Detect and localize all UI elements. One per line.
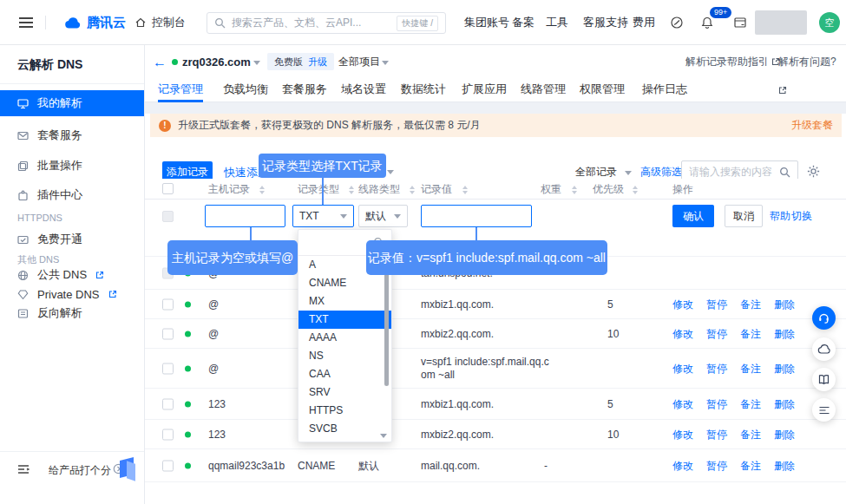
record-type-select[interactable]: TXT: [292, 205, 354, 227]
rate-product-link[interactable]: 给产品打个分: [49, 463, 111, 478]
sort-priority[interactable]: [633, 186, 638, 194]
dropdown-option-ns[interactable]: NS: [298, 347, 391, 365]
sidebar-item-plugin-center[interactable]: 插件中心: [0, 182, 144, 208]
pause-link[interactable]: 暂停: [706, 361, 727, 376]
remark-link[interactable]: 备注: [740, 458, 761, 473]
dropdown-option-mx[interactable]: MX: [298, 292, 391, 311]
project-caret[interactable]: [382, 61, 389, 65]
menu-group-account[interactable]: 集团账号: [464, 0, 509, 45]
pause-link[interactable]: 暂停: [706, 396, 727, 411]
hamburger-menu-icon[interactable]: [19, 17, 33, 28]
back-button[interactable]: ←: [153, 48, 167, 76]
column-settings-gear-icon[interactable]: [807, 165, 820, 178]
dropdown-option-txt[interactable]: TXT: [298, 311, 391, 329]
sidebar-item-my-dns[interactable]: 我的解析: [0, 90, 144, 116]
row-checkbox[interactable]: [162, 398, 174, 409]
dropdown-option-cname[interactable]: CNAME: [298, 274, 391, 292]
avatar[interactable]: 空: [819, 12, 840, 33]
cancel-button[interactable]: 取消: [725, 205, 763, 227]
remark-link[interactable]: 备注: [740, 427, 761, 442]
docs-button[interactable]: [812, 368, 836, 391]
dropdown-scroll-down-caret[interactable]: [380, 434, 387, 438]
menu-icp-filing[interactable]: 备案: [512, 0, 534, 45]
notification-bell-icon[interactable]: [700, 16, 714, 29]
line-type-select[interactable]: 默认: [358, 205, 408, 227]
tab-permissions[interactable]: 权限管理: [580, 76, 625, 102]
dropdown-scrollbar[interactable]: [384, 265, 389, 386]
modify-link[interactable]: 修改: [672, 427, 693, 442]
ticket-button[interactable]: [812, 398, 836, 422]
tab-record-management[interactable]: 记录管理: [158, 76, 203, 102]
tab-load-balancing[interactable]: 负载均衡: [223, 76, 268, 102]
delete-link[interactable]: 删除: [774, 427, 795, 442]
modify-link[interactable]: 修改: [672, 361, 693, 376]
tab-domain-settings[interactable]: 域名设置: [341, 76, 386, 102]
remark-link[interactable]: 备注: [740, 396, 761, 411]
sort-line[interactable]: [410, 186, 415, 194]
sort-type[interactable]: [349, 186, 354, 194]
dropdown-option-caa[interactable]: CAA: [298, 365, 391, 383]
collapse-sidebar-icon[interactable]: [17, 464, 30, 475]
domain-dropdown-caret[interactable]: [253, 61, 260, 65]
record-value-input[interactable]: [421, 205, 532, 227]
confirm-button[interactable]: 确认: [672, 205, 714, 227]
sidebar-item-batch-ops[interactable]: 批量操作: [0, 153, 144, 179]
assistant-icon[interactable]: [670, 16, 684, 29]
modify-link[interactable]: 修改: [672, 458, 693, 473]
console-link[interactable]: 控制台: [134, 0, 186, 45]
menu-tools[interactable]: 工具: [546, 0, 568, 45]
domain-name[interactable]: zrq0326.com: [182, 48, 251, 76]
tab-extensions[interactable]: 扩展应用: [462, 76, 507, 102]
tencent-cloud-logo[interactable]: 腾讯云: [64, 0, 126, 45]
pause-link[interactable]: 暂停: [706, 326, 727, 341]
menu-billing[interactable]: 费用: [633, 0, 655, 45]
switch-link[interactable]: 切换: [791, 205, 812, 227]
dropdown-option-aaaa[interactable]: AAAA: [298, 329, 391, 347]
row-checkbox[interactable]: [162, 460, 174, 471]
dropdown-option-https[interactable]: HTTPS: [298, 402, 391, 420]
customer-service-button[interactable]: [812, 306, 836, 330]
dropdown-option-srv[interactable]: SRV: [298, 383, 391, 402]
upgrade-plan-link[interactable]: 升级套餐: [791, 118, 833, 133]
remark-link[interactable]: 备注: [740, 361, 761, 376]
sort-weight[interactable]: [572, 186, 577, 194]
delete-link[interactable]: 删除: [774, 361, 795, 376]
tab-statistics[interactable]: 数据统计: [401, 76, 446, 102]
sort-host[interactable]: [259, 186, 265, 194]
row-checkbox[interactable]: [162, 298, 174, 310]
help-link[interactable]: 帮助: [770, 205, 790, 227]
menu-support[interactable]: 客服支持: [583, 0, 628, 45]
select-all-checkbox[interactable]: [162, 183, 174, 194]
delete-link[interactable]: 删除: [774, 326, 795, 341]
tab-operation-log[interactable]: 操作日志: [642, 76, 687, 102]
cloud-assistant-button[interactable]: [812, 337, 836, 361]
delete-link[interactable]: 删除: [774, 458, 795, 473]
tab-plan-service[interactable]: 套餐服务: [282, 76, 327, 102]
sidebar-item-free-activation[interactable]: 免费开通: [0, 226, 144, 252]
remark-link[interactable]: 备注: [740, 297, 761, 311]
row-checkbox[interactable]: [162, 429, 174, 440]
modify-link[interactable]: 修改: [672, 396, 693, 411]
row-checkbox[interactable]: [162, 328, 174, 339]
modify-link[interactable]: 修改: [672, 297, 693, 311]
delete-link[interactable]: 删除: [774, 297, 795, 311]
delete-link[interactable]: 删除: [774, 396, 795, 411]
remark-link[interactable]: 备注: [740, 326, 761, 341]
pause-link[interactable]: 暂停: [706, 297, 727, 311]
dropdown-option-svcb[interactable]: SVCB: [298, 420, 391, 438]
pause-link[interactable]: 暂停: [706, 427, 727, 442]
global-search-box[interactable]: 搜索云产品、文档、云API... 快捷键 /: [207, 12, 446, 34]
sort-value[interactable]: [462, 186, 468, 194]
upgrade-link[interactable]: 升级: [308, 56, 327, 69]
help-issue-link[interactable]: 解析有问题?: [778, 48, 846, 76]
sidebar-item-reverse-dns[interactable]: 反向解析: [0, 300, 144, 326]
pause-link[interactable]: 暂停: [706, 458, 727, 473]
tab-line-management[interactable]: 线路管理: [521, 76, 566, 102]
modify-link[interactable]: 修改: [672, 326, 693, 341]
console-panel-icon[interactable]: [733, 16, 747, 29]
help-guide-link[interactable]: 解析记录帮助指引: [685, 48, 780, 76]
project-filter[interactable]: 全部项目: [338, 48, 380, 76]
sidebar-item-plans[interactable]: 套餐服务: [0, 122, 144, 148]
row-checkbox[interactable]: [162, 363, 174, 374]
host-record-input[interactable]: [205, 205, 285, 227]
